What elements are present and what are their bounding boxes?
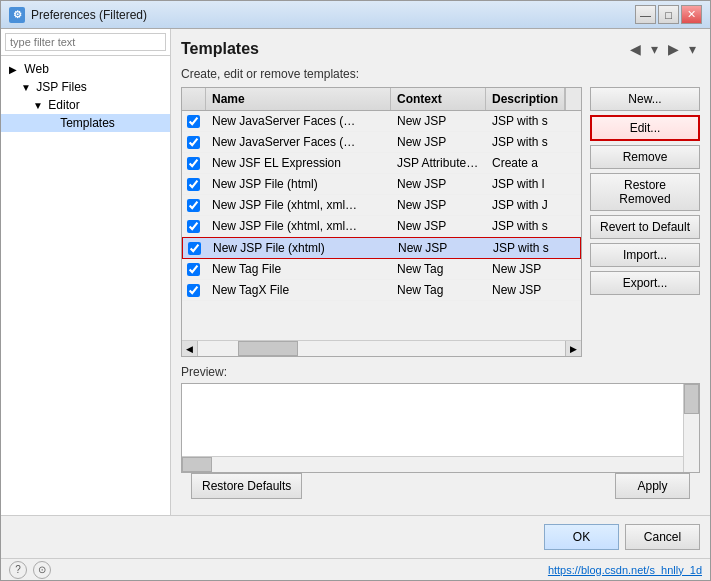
restore-defaults-button[interactable]: Restore Defaults [191, 473, 302, 499]
title-bar-left: ⚙ Preferences (Filtered) [9, 7, 147, 23]
preview-label: Preview: [181, 365, 700, 379]
table-scroll-wrapper: Name Context Description New JavaServer … [181, 87, 582, 357]
main-panel: Templates ◀ ▾ ▶ ▾ Create, edit or remove… [171, 29, 710, 515]
row-context: New JSP [391, 132, 486, 152]
horizontal-scrollbar[interactable]: ◀ ▶ [182, 340, 581, 356]
row-checkbox[interactable] [187, 157, 200, 170]
maximize-button[interactable]: □ [658, 5, 679, 24]
table-row[interactable]: New TagX File New Tag New JSP [182, 280, 581, 301]
sidebar-item-editor[interactable]: ▼ Editor [1, 96, 170, 114]
scroll-track [198, 341, 565, 356]
cancel-button[interactable]: Cancel [625, 524, 700, 550]
row-desc: JSP with s [486, 216, 565, 236]
header-name: Name [206, 88, 391, 110]
sidebar: ▶ Web ▼ JSP Files ▼ Editor Templates [1, 29, 171, 515]
row-name: New JSP File (xhtml) [207, 238, 392, 258]
sidebar-item-web-label: Web [24, 62, 48, 76]
back-dropdown-button[interactable]: ▾ [647, 39, 662, 59]
row-checkbox-cell[interactable] [183, 240, 207, 257]
templates-area: Name Context Description New JavaServer … [181, 87, 700, 357]
expand-icon: ▼ [21, 82, 33, 93]
help-button[interactable]: ? [9, 561, 27, 579]
row-name: New JSP File (html) [206, 174, 391, 194]
row-desc: New JSP [486, 280, 565, 300]
header-check [182, 88, 206, 110]
row-desc: JSP with l [486, 174, 565, 194]
preferences-window: ⚙ Preferences (Filtered) — □ ✕ ▶ Web ▼ J… [0, 0, 711, 581]
window-icon: ⚙ [9, 7, 25, 23]
scroll-left-btn[interactable]: ◀ [182, 341, 198, 356]
row-checkbox-cell[interactable] [182, 134, 206, 151]
scroll-right-btn[interactable]: ▶ [565, 341, 581, 356]
new-button[interactable]: New... [590, 87, 700, 111]
restore-removed-button[interactable]: Restore Removed [590, 173, 700, 211]
row-checkbox-cell[interactable] [182, 197, 206, 214]
table-row[interactable]: New JSP File (xhtml) New JSP JSP with s [182, 237, 581, 259]
row-name: New JSF EL Expression [206, 153, 391, 173]
row-checkbox-cell[interactable] [182, 218, 206, 235]
row-name: New JSP File (xhtml, xml… [206, 216, 391, 236]
preview-scroll-horizontal[interactable] [182, 456, 683, 472]
footer-link[interactable]: https://blog.csdn.net/s_hnlly_1d [548, 564, 702, 576]
table-row[interactable]: New JavaServer Faces (… New JSP JSP with… [182, 132, 581, 153]
row-checkbox[interactable] [187, 178, 200, 191]
row-context: New JSP [392, 238, 487, 258]
minimize-button[interactable]: — [635, 5, 656, 24]
row-checkbox[interactable] [187, 199, 200, 212]
forward-button[interactable]: ▶ [664, 39, 683, 59]
table-row[interactable]: New JSP File (html) New JSP JSP with l [182, 174, 581, 195]
row-checkbox-cell[interactable] [182, 282, 206, 299]
revert-to-default-button[interactable]: Revert to Default [590, 215, 700, 239]
content-area: ▶ Web ▼ JSP Files ▼ Editor Templates [1, 29, 710, 515]
row-checkbox[interactable] [187, 284, 200, 297]
row-checkbox[interactable] [187, 136, 200, 149]
row-context: New JSP [391, 174, 486, 194]
expand-icon [45, 118, 57, 129]
row-checkbox-cell[interactable] [182, 155, 206, 172]
table-row[interactable]: New Tag File New Tag New JSP [182, 259, 581, 280]
edit-button[interactable]: Edit... [590, 115, 700, 141]
row-context: New JSP [391, 111, 486, 131]
row-desc: JSP with s [486, 111, 565, 131]
export-button[interactable]: Export... [590, 271, 700, 295]
preview-area: Preview: [181, 365, 700, 473]
row-checkbox-cell[interactable] [182, 176, 206, 193]
sidebar-item-jsp-files[interactable]: ▼ JSP Files [1, 78, 170, 96]
table-row[interactable]: New JSF EL Expression JSP Attribute val…… [182, 153, 581, 174]
forward-dropdown-button[interactable]: ▾ [685, 39, 700, 59]
row-context: New Tag [391, 259, 486, 279]
remove-button[interactable]: Remove [590, 145, 700, 169]
apply-button[interactable]: Apply [615, 473, 690, 499]
settings-button[interactable]: ⊙ [33, 561, 51, 579]
ok-button[interactable]: OK [544, 524, 619, 550]
row-checkbox-cell[interactable] [182, 261, 206, 278]
table-row[interactable]: New JSP File (xhtml, xml… New JSP JSP wi… [182, 216, 581, 237]
table-row[interactable]: New JSP File (xhtml, xml… New JSP JSP wi… [182, 195, 581, 216]
h-scroll-thumb[interactable] [182, 457, 212, 472]
row-checkbox-cell[interactable] [182, 113, 206, 130]
row-checkbox[interactable] [187, 115, 200, 128]
header-context: Context [391, 88, 486, 110]
sidebar-item-templates[interactable]: Templates [1, 114, 170, 132]
row-checkbox[interactable] [188, 242, 201, 255]
import-button[interactable]: Import... [590, 243, 700, 267]
panel-title: Templates [181, 40, 259, 58]
row-name: New JavaServer Faces (… [206, 111, 391, 131]
sidebar-item-jsp-label: JSP Files [36, 80, 86, 94]
dialog-buttons: OK Cancel [1, 515, 710, 558]
row-name: New JSP File (xhtml, xml… [206, 195, 391, 215]
close-button[interactable]: ✕ [681, 5, 702, 24]
row-checkbox[interactable] [187, 263, 200, 276]
table-header: Name Context Description [182, 88, 581, 111]
v-scroll-thumb[interactable] [684, 384, 699, 414]
table-row[interactable]: New JavaServer Faces (… New JSP JSP with… [182, 111, 581, 132]
row-checkbox[interactable] [187, 220, 200, 233]
search-input[interactable] [5, 33, 166, 51]
expand-icon: ▶ [9, 64, 21, 75]
back-button[interactable]: ◀ [626, 39, 645, 59]
scroll-thumb[interactable] [238, 341, 298, 356]
row-context: New Tag [391, 280, 486, 300]
row-desc: JSP with J [486, 195, 565, 215]
preview-scroll-vertical[interactable] [683, 384, 699, 472]
sidebar-item-web[interactable]: ▶ Web [1, 60, 170, 78]
